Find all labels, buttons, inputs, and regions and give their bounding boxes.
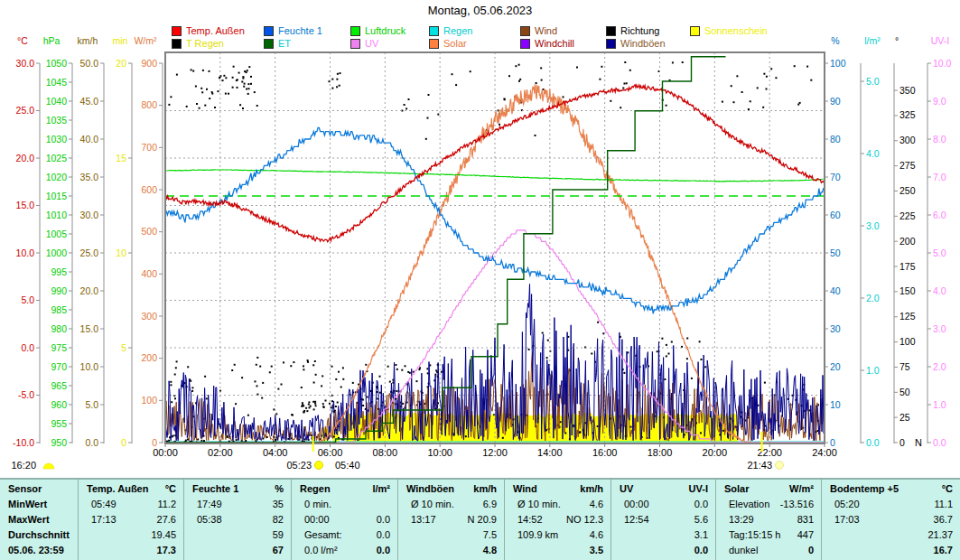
svg-text:200: 200 xyxy=(899,236,916,247)
table-cell-row: 00:000.0 xyxy=(611,497,715,512)
svg-text:175: 175 xyxy=(899,261,916,272)
svg-text:125: 125 xyxy=(899,311,916,322)
legend-item-row1-6: Sonnenschein xyxy=(690,25,768,36)
legend-color-swatch xyxy=(172,39,182,49)
legend-label: Luftdruck xyxy=(365,25,405,36)
svg-text:0.0: 0.0 xyxy=(21,342,34,353)
table-cell-row: 0.0 l/m²0.0 xyxy=(292,543,397,558)
svg-text:1000: 1000 xyxy=(46,247,68,258)
table-block-3: Windböenkm/hØ 10 min.6.913:17N 20.97.54.… xyxy=(397,480,504,560)
svg-text:950: 950 xyxy=(51,437,67,448)
svg-text:W/m²: W/m² xyxy=(134,35,157,46)
svg-text:1040: 1040 xyxy=(46,96,68,107)
table-cell-row: 109.9 km4.6 xyxy=(505,527,610,543)
legend-color-swatch xyxy=(350,26,360,36)
svg-text:05:23: 05:23 xyxy=(286,460,312,471)
svg-text:km/h: km/h xyxy=(78,35,98,46)
legend-color-swatch xyxy=(172,26,182,36)
legend-item-row1-4: Wind xyxy=(520,25,557,36)
svg-text:990: 990 xyxy=(51,285,67,296)
svg-text:4.0: 4.0 xyxy=(866,148,880,159)
svg-text:22:00: 22:00 xyxy=(757,447,782,458)
legend-item-row2-1: ET xyxy=(264,38,291,49)
legend-color-swatch xyxy=(264,39,274,49)
svg-text:45.0: 45.0 xyxy=(80,96,99,107)
legend-label: Feuchte 1 xyxy=(278,25,322,36)
x-axis-labels: 00:0002:0004:0006:0008:0010:0012:0014:00… xyxy=(153,443,837,458)
svg-text:500: 500 xyxy=(141,226,157,237)
svg-text:°: ° xyxy=(895,35,899,46)
svg-text:0.0: 0.0 xyxy=(933,437,946,448)
svg-text:200: 200 xyxy=(141,352,157,363)
table-block-header: Bodentemp +5°C xyxy=(822,481,960,497)
svg-text:40: 40 xyxy=(830,285,841,296)
svg-text:8.0: 8.0 xyxy=(933,134,946,145)
table-cell-row: 21.37 xyxy=(822,527,960,543)
svg-text:400: 400 xyxy=(141,268,157,279)
svg-text:hPa: hPa xyxy=(43,35,61,46)
table-cell-row: 3.1 xyxy=(611,527,715,543)
svg-text:1035: 1035 xyxy=(46,115,68,126)
legend-color-swatch xyxy=(690,26,700,36)
svg-text:100: 100 xyxy=(899,336,916,347)
table-cell-row: 7.5 xyxy=(398,527,504,543)
svg-text:21:43: 21:43 xyxy=(747,460,772,471)
svg-text:5.0: 5.0 xyxy=(866,76,880,87)
legend-label: Windchill xyxy=(535,38,574,49)
svg-text:30: 30 xyxy=(830,323,841,334)
svg-text:N: N xyxy=(915,437,922,448)
svg-text:1030: 1030 xyxy=(46,134,68,145)
legend-color-swatch xyxy=(520,26,530,36)
legend-label: Windböen xyxy=(620,38,666,49)
svg-text:3.0: 3.0 xyxy=(866,220,880,231)
svg-text:9.0: 9.0 xyxy=(933,96,946,107)
table-cell-row: Ø 10 min.4.6 xyxy=(505,497,610,512)
svg-text:10:00: 10:00 xyxy=(427,447,452,458)
svg-text:18:00: 18:00 xyxy=(648,447,673,458)
svg-text:1045: 1045 xyxy=(46,77,68,88)
legend-item-row2-0: T Regen xyxy=(172,38,224,49)
svg-text:600: 600 xyxy=(141,184,157,195)
svg-text:20.0: 20.0 xyxy=(80,285,99,296)
svg-text:l/m²: l/m² xyxy=(864,35,881,46)
svg-text:-10.0: -10.0 xyxy=(13,437,34,448)
legend-item-row2-3: Solar xyxy=(429,38,467,49)
legend-label: Sonnenschein xyxy=(704,25,768,36)
svg-text:50: 50 xyxy=(899,387,910,397)
table-cell-row: 12:545.6 xyxy=(611,512,715,527)
svg-text:-5.0: -5.0 xyxy=(18,389,34,400)
svg-text:20.0: 20.0 xyxy=(16,153,35,163)
legend-label: ET xyxy=(278,38,291,49)
svg-text:995: 995 xyxy=(51,266,67,277)
svg-text:02:00: 02:00 xyxy=(208,447,233,458)
legend-item-row1-3: Regen xyxy=(429,25,472,36)
svg-text:150: 150 xyxy=(899,285,916,296)
svg-text:3.0: 3.0 xyxy=(933,323,946,334)
svg-text:00:00: 00:00 xyxy=(153,447,178,458)
svg-text:250: 250 xyxy=(899,185,916,196)
table-row-label: 05.06. 23:59 xyxy=(0,543,78,558)
svg-text:06:00: 06:00 xyxy=(318,447,343,458)
legend-item-row1-5: Richtung xyxy=(606,25,659,36)
svg-text:30.0: 30.0 xyxy=(16,58,35,69)
table-cell-row: 67 xyxy=(184,543,291,558)
weather-chart: °C30.025.020.015.010.05.00.0-5.0-10.0hPa… xyxy=(0,0,960,478)
legend-item-row1-2: Luftdruck xyxy=(350,25,405,36)
svg-text:0.0: 0.0 xyxy=(85,437,98,448)
svg-text:800: 800 xyxy=(141,99,157,110)
legend-item-row2-5: Windböen xyxy=(606,38,666,49)
svg-text:UV-I: UV-I xyxy=(931,35,949,46)
svg-text:10: 10 xyxy=(830,399,841,410)
svg-text:6.0: 6.0 xyxy=(933,210,946,220)
svg-text:20: 20 xyxy=(830,361,841,372)
legend-color-swatch xyxy=(429,39,439,49)
table-cell-row: 16.7 xyxy=(822,543,960,558)
svg-text:325: 325 xyxy=(899,109,916,120)
svg-text:15: 15 xyxy=(116,153,126,163)
table-cell-row: 17:4935 xyxy=(184,497,291,512)
table-cell-row: Ø 10 min.6.9 xyxy=(398,497,504,512)
legend-color-swatch xyxy=(350,39,360,49)
table-block-header: SolarW/m² xyxy=(716,481,821,497)
svg-text:970: 970 xyxy=(51,361,67,372)
svg-text:30.0: 30.0 xyxy=(80,210,99,220)
